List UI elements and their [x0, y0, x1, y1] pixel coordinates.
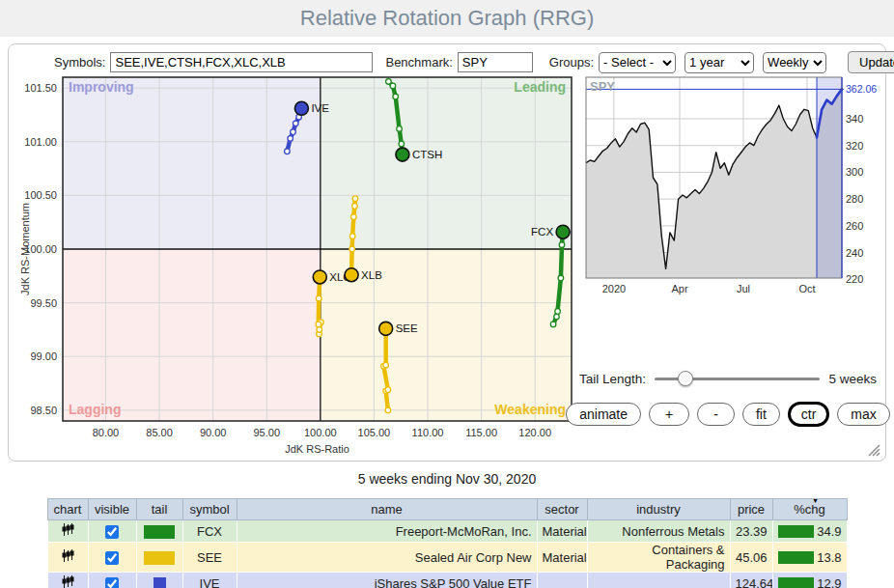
column-header-symbol[interactable]: symbol: [182, 499, 237, 520]
svg-text:100.00: 100.00: [304, 427, 337, 438]
symbol-cell[interactable]: SEE: [182, 543, 237, 573]
tail-color-swatch[interactable]: [144, 525, 175, 539]
frequency-select[interactable]: Weekly: [763, 52, 826, 73]
date-range-caption: 5 weeks ending Nov 30, 2020: [0, 471, 894, 487]
pct-chg-cell: 13.8: [772, 543, 847, 573]
column-header-pctchg[interactable]: %chg▾: [772, 499, 847, 520]
name-cell: Freeport-McMoRan, Inc.: [237, 520, 537, 543]
svg-text:99.00: 99.00: [30, 350, 57, 362]
sort-desc-icon: ▾: [814, 496, 818, 505]
symbol-cell[interactable]: FCX: [182, 520, 237, 543]
tail-color-swatch[interactable]: [154, 577, 166, 588]
chart-controls: Tail Length: 5 weeks animate+-fitctrmax: [579, 371, 877, 427]
visible-checkbox[interactable]: [105, 551, 119, 565]
zoom-out-button[interactable]: -: [697, 403, 735, 426]
rrg-label-fcx: FCX: [531, 226, 553, 238]
fit-button[interactable]: fit: [742, 403, 780, 426]
rrg-marker-see[interactable]: SEE: [379, 322, 418, 335]
svg-text:260: 260: [846, 220, 863, 232]
zoom-in-button[interactable]: +: [649, 403, 689, 426]
column-header-industry[interactable]: industry: [587, 499, 730, 520]
rrg-label-xlb: XLB: [361, 269, 382, 281]
industry-cell: Containers & Packaging: [587, 543, 730, 573]
rrg-marker-fcx[interactable]: FCX: [531, 225, 570, 238]
toolbar: Symbols: Benchmark: Groups: - Select - 1…: [54, 51, 894, 73]
groups-label: Groups:: [549, 55, 594, 70]
svg-text:JdK RS-Momentum: JdK RS-Momentum: [19, 203, 31, 295]
svg-text:100.50: 100.50: [24, 189, 57, 201]
svg-text:300: 300: [846, 166, 863, 178]
table-header-row: chartvisibletailsymbolnamesectorindustry…: [47, 499, 847, 520]
benchmark-input[interactable]: [458, 52, 533, 72]
rrg-marker-xlb[interactable]: XLB: [345, 268, 382, 282]
chart-link[interactable]: [47, 520, 88, 543]
animate-button[interactable]: animate: [566, 403, 641, 426]
svg-text:95.00: 95.00: [253, 427, 280, 438]
column-header-visible[interactable]: visible: [88, 499, 136, 520]
sector-cell: Materials: [537, 520, 587, 543]
symbols-input[interactable]: [110, 52, 373, 72]
svg-text:2020: 2020: [602, 283, 626, 294]
svg-text:85.00: 85.00: [146, 427, 173, 438]
svg-text:101.00: 101.00: [24, 136, 57, 148]
svg-text:105.00: 105.00: [358, 427, 391, 438]
svg-text:240: 240: [846, 247, 863, 259]
tail-length-label: Tail Length:: [579, 372, 646, 386]
candlestick-chart-icon: [62, 574, 74, 588]
spy-last-value: 362.06: [846, 83, 877, 95]
chart-link[interactable]: [47, 543, 88, 573]
svg-text:Improving: Improving: [69, 79, 134, 95]
tail-color-swatch[interactable]: [144, 551, 175, 565]
svg-text:Jul: Jul: [737, 283, 750, 294]
svg-text:Weakening: Weakening: [494, 402, 566, 417]
rrg-label-see: SEE: [396, 322, 418, 334]
groups-select[interactable]: - Select -: [599, 52, 676, 73]
candlestick-chart-icon: [62, 548, 74, 563]
visible-checkbox[interactable]: [105, 577, 119, 588]
rrg-chart[interactable]: 80.0085.0090.0095.00100.00105.00110.0011…: [17, 72, 587, 457]
svg-text:Leading: Leading: [514, 79, 566, 95]
svg-text:110.00: 110.00: [412, 427, 444, 438]
tail-length-slider[interactable]: [655, 371, 820, 386]
name-cell: iShares S&P 500 Value ETF: [237, 573, 537, 588]
period-select[interactable]: 1 year: [684, 52, 754, 73]
rrg-marker-ive[interactable]: IVE: [294, 101, 329, 115]
chart-link[interactable]: [47, 573, 88, 588]
max-button[interactable]: max: [837, 403, 889, 426]
table-row-fcx: FCXFreeport-McMoRan, Inc.MaterialsNonfer…: [47, 520, 847, 543]
svg-text:Apr: Apr: [671, 283, 687, 294]
svg-text:340: 340: [846, 113, 863, 125]
column-header-chart[interactable]: chart: [47, 499, 88, 520]
svg-text:98.50: 98.50: [30, 405, 57, 416]
industry-cell: [587, 573, 730, 588]
svg-text:JdK RS-Ratio: JdK RS-Ratio: [285, 443, 349, 455]
symbol-cell[interactable]: IVE: [182, 573, 237, 588]
svg-text:99.50: 99.50: [30, 297, 57, 309]
symbols-label: Symbols:: [54, 55, 105, 70]
name-cell: Sealed Air Corp New: [237, 543, 537, 573]
column-header-price[interactable]: price: [730, 499, 772, 520]
table-row-see: SEESealed Air Corp NewMaterialsContainer…: [47, 543, 847, 573]
sector-cell: Materials: [537, 543, 587, 573]
svg-text:80.00: 80.00: [93, 427, 120, 438]
pct-chg-bar: [778, 525, 815, 538]
pct-chg-bar: [778, 577, 815, 588]
resize-handle-icon[interactable]: [866, 442, 880, 457]
pct-chg-cell: 34.9: [772, 520, 847, 543]
industry-cell: Nonferrous Metals: [587, 520, 730, 543]
slider-thumb[interactable]: [678, 371, 693, 386]
svg-text:220: 220: [846, 273, 863, 285]
rrg-marker-ctsh[interactable]: CTSH: [396, 148, 442, 161]
update-button[interactable]: Update: [848, 51, 894, 73]
column-header-tail[interactable]: tail: [136, 499, 182, 520]
spy-benchmark-chart[interactable]: 2020AprJulOct220240260280300320340SPY362…: [579, 75, 882, 297]
column-header-name[interactable]: name: [237, 499, 537, 520]
title-bar: Relative Rotation Graph (RRG): [0, 0, 894, 37]
rrg-label-ive: IVE: [311, 102, 329, 114]
visible-checkbox[interactable]: [105, 525, 119, 539]
center-button[interactable]: ctr: [788, 402, 830, 427]
chart-buttons: animate+-fitctrmax: [579, 402, 877, 427]
column-header-sector[interactable]: sector: [537, 499, 587, 520]
svg-text:Oct: Oct: [798, 283, 815, 294]
benchmark-label: Benchmark:: [385, 55, 452, 70]
